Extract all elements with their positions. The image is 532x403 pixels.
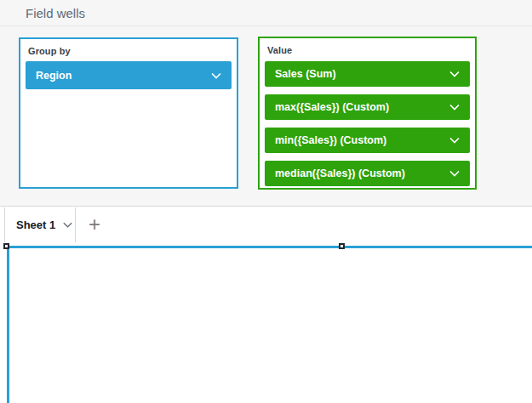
visual-selection-border-left: [7, 246, 9, 403]
resize-handle-top-middle[interactable]: [339, 243, 345, 249]
value-pill-list: Sales (Sum) max({Sales}) (Custom) min({S…: [265, 61, 470, 186]
add-sheet-button[interactable]: +: [83, 213, 106, 236]
group-by-label: Group by: [28, 46, 237, 56]
field-pill-region[interactable]: Region: [26, 61, 232, 89]
field-pill-max-sales[interactable]: max({Sales}) (Custom): [265, 94, 470, 120]
field-wells-panel: Field wells Group by Region Value Sales …: [0, 0, 532, 207]
field-pill-sales-sum-label: Sales (Sum): [275, 68, 336, 80]
field-pill-max-sales-label: max({Sales}) (Custom): [275, 101, 389, 113]
field-pill-median-sales-label: median({Sales}) (Custom): [275, 167, 405, 179]
resize-handle-top-left[interactable]: [3, 243, 9, 249]
visual-selection-border-top: [7, 246, 532, 248]
field-pill-min-sales[interactable]: min({Sales}) (Custom): [265, 128, 470, 153]
chevron-down-icon[interactable]: [448, 100, 461, 114]
field-pill-median-sales[interactable]: median({Sales}) (Custom): [265, 161, 470, 186]
value-label: Value: [267, 45, 475, 55]
tab-sheet-1[interactable]: Sheet 1: [4, 207, 76, 242]
group-by-field-well: Group by Region: [19, 37, 238, 189]
chevron-down-icon[interactable]: [448, 67, 461, 81]
field-pill-region-label: Region: [36, 70, 72, 82]
chevron-down-icon[interactable]: [448, 133, 461, 147]
chevron-down-icon[interactable]: [209, 69, 223, 82]
sheet-canvas: Max({sales}), Sum of Sales, Min({sales})…: [0, 242, 532, 403]
field-wells-title: Field wells: [26, 6, 85, 20]
chevron-down-icon[interactable]: [448, 167, 461, 180]
field-wells-divider: [0, 26, 532, 26]
field-pill-sales-sum[interactable]: Sales (Sum): [265, 61, 470, 87]
field-pill-min-sales-label: min({Sales}) (Custom): [275, 134, 386, 146]
value-field-well: Value Sales (Sum) max({Sales}) (Custom) …: [258, 37, 477, 190]
tab-sheet-1-label: Sheet 1: [16, 219, 55, 231]
quicksight-analysis-screen: Field wells Group by Region Value Sales …: [0, 0, 532, 403]
chevron-down-icon[interactable]: [61, 219, 74, 231]
sheet-tab-bar: Sheet 1 +: [0, 207, 532, 242]
